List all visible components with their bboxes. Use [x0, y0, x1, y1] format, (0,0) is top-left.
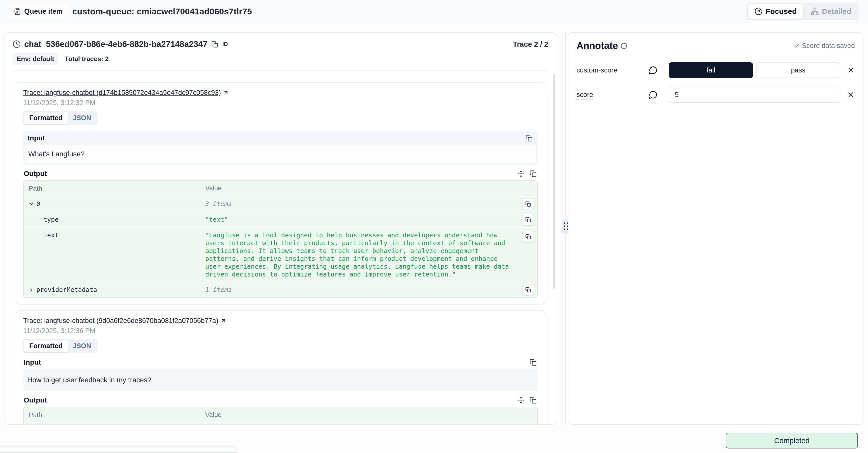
focused-view-button[interactable]: Focused	[748, 4, 803, 19]
focused-view-label: Focused	[766, 7, 797, 16]
save-status: Score data saved	[793, 42, 855, 50]
table-row: type "text"	[24, 211, 537, 227]
trace-timestamp-1: 11/12/2025, 3:12:32 PM	[23, 99, 538, 107]
json-value: "Langfuse is a tool designed to help bus…	[205, 231, 532, 278]
copy-output-button-2[interactable]	[529, 396, 537, 404]
output-header-1: Output	[23, 170, 538, 178]
output-json-table-2: Path Value 0 3 items	[23, 407, 538, 425]
env-badge: Env: default	[12, 53, 58, 65]
external-link-icon	[223, 90, 229, 96]
completed-button[interactable]: Completed	[726, 433, 858, 449]
trace-counter: Trace 2 / 2	[513, 40, 548, 49]
bottom-drawer-edge	[0, 448, 237, 453]
copy-row-button[interactable]	[522, 231, 534, 243]
annotate-title: Annotate	[577, 40, 618, 51]
external-link-icon	[220, 318, 226, 324]
output-json-table-1: Path Value 0 3 items	[23, 180, 538, 298]
path-column-header: Path	[29, 184, 205, 192]
score-name-label: custom-score	[577, 66, 649, 74]
copy-input-button-1[interactable]	[525, 134, 533, 142]
input-label-2: Input	[24, 358, 41, 366]
page-title: custom-queue: cmiacwel70041ad060s7tlr75	[72, 6, 252, 17]
trace-card-2: Trace: langfuse-chatbot (9d0a6f2e6de8670…	[16, 310, 545, 425]
copy-icon	[530, 359, 537, 366]
comment-icon[interactable]	[649, 90, 658, 99]
copy-icon	[525, 287, 531, 293]
chevron-right-icon[interactable]	[29, 287, 34, 293]
json-value: 3 items	[205, 200, 532, 208]
table-row: 0 3 items	[24, 422, 537, 425]
table-header-row: Path Value	[24, 407, 537, 422]
detailed-view-button[interactable]: Detailed	[804, 4, 858, 19]
delete-score-button[interactable]	[847, 91, 855, 99]
trace-card-1: Trace: langfuse-chatbot (d174b1589072e43…	[16, 82, 545, 305]
top-bar: Queue item custom-queue: cmiacwel70041ad…	[0, 0, 868, 23]
x-icon	[847, 91, 855, 99]
comment-icon[interactable]	[649, 66, 658, 75]
json-key: providerMetadata	[36, 286, 97, 294]
copy-row-button[interactable]	[522, 214, 534, 226]
input-section-1: Input What's Langfuse?	[23, 131, 538, 165]
table-row: 0 3 items	[24, 196, 537, 211]
score-row-score: score	[577, 87, 855, 103]
score-option-pass-button[interactable]: pass	[756, 62, 840, 78]
detailed-view-label: Detailed	[822, 7, 851, 16]
path-column-header: Path	[29, 411, 205, 419]
chevron-down-icon[interactable]	[29, 201, 34, 207]
item-title: chat_536ed067-b86e-4eb6-882b-ba27148a234…	[24, 39, 207, 49]
info-icon[interactable]	[621, 43, 627, 49]
score-value-input[interactable]	[669, 87, 840, 103]
clipboard-pen-icon	[13, 7, 21, 15]
input-label-1: Input	[28, 134, 45, 142]
json-key: 0	[36, 200, 40, 208]
view-mode-toggle: Focused Detailed	[746, 2, 860, 20]
copy-row-button[interactable]	[522, 198, 534, 210]
vertical-scrollbar[interactable]	[553, 74, 555, 289]
table-row: text "Langfuse is a tool designed to hel…	[24, 227, 537, 282]
table-row: providerMetadata 1 items	[24, 282, 537, 298]
json-value: "text"	[205, 216, 532, 224]
trace-link-1[interactable]: Trace: langfuse-chatbot (d174b1589072e43…	[23, 89, 229, 97]
copy-input-button-2[interactable]	[529, 358, 537, 366]
delete-score-button[interactable]	[847, 66, 855, 74]
format-tabs-2: Formatted JSON	[23, 339, 97, 353]
table-header-row: Path Value	[24, 181, 537, 196]
input-text-2: How to get user feedback in my traces?	[23, 369, 538, 391]
json-key: text	[43, 231, 59, 239]
tab-json-2[interactable]: JSON	[68, 340, 96, 352]
copy-icon	[530, 397, 537, 404]
copy-icon	[211, 41, 218, 48]
copy-icon	[525, 217, 531, 223]
trace-link-2[interactable]: Trace: langfuse-chatbot (9d0a6f2e6de8670…	[23, 317, 226, 325]
tab-json-1[interactable]: JSON	[68, 112, 96, 124]
check-icon	[793, 43, 800, 49]
json-value: 1 items	[205, 286, 532, 294]
gauge-icon	[754, 7, 763, 16]
unfold-vertical-icon	[518, 170, 525, 177]
value-column-header: Value	[205, 411, 222, 419]
copy-icon	[530, 170, 537, 177]
tab-formatted-2[interactable]: Formatted	[24, 340, 68, 352]
score-option-fail-button[interactable]: fail	[669, 62, 753, 78]
copy-icon	[525, 201, 531, 207]
unfold-vertical-icon	[518, 397, 525, 404]
output-label-2: Output	[24, 396, 47, 404]
clock-icon	[12, 40, 21, 48]
output-header-2: Output	[23, 396, 538, 404]
expand-output-button-1[interactable]	[517, 170, 525, 178]
copy-row-button[interactable]	[522, 284, 534, 296]
copy-id-button[interactable]	[211, 40, 219, 48]
tab-formatted-1[interactable]: Formatted	[24, 112, 68, 124]
expand-output-button-2[interactable]	[517, 396, 525, 404]
output-label-1: Output	[24, 170, 47, 178]
tree-view-icon	[811, 7, 819, 16]
value-column-header: Value	[205, 184, 222, 192]
queue-item-badge: Queue item	[8, 4, 68, 19]
copy-icon	[525, 234, 531, 239]
trace-timestamp-2: 11/12/2025, 3:12:36 PM	[23, 327, 538, 335]
format-tabs-1: Formatted JSON	[23, 111, 97, 125]
score-name-label: score	[577, 91, 593, 100]
json-key: type	[43, 216, 59, 224]
trace-list: Trace: langfuse-chatbot (d174b1589072e43…	[5, 82, 556, 425]
copy-output-button-1[interactable]	[529, 170, 537, 178]
